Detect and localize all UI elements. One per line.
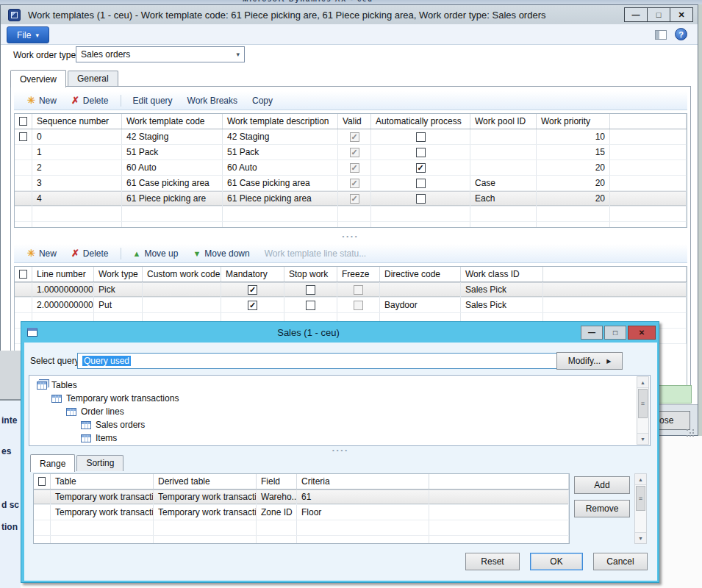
column-header[interactable]: Work template description <box>223 114 338 129</box>
table-row[interactable]: Temporary work transacti... Temporary wo… <box>34 505 569 520</box>
row-selector[interactable] <box>15 160 32 175</box>
column-header[interactable]: Directive code <box>380 267 461 282</box>
row-selector[interactable] <box>15 298 32 312</box>
tree-item-clipped[interactable]: Warehouse items <box>34 445 650 446</box>
column-header[interactable]: Mandatory <box>221 267 284 282</box>
row-selector[interactable] <box>15 145 32 159</box>
cancel-button[interactable]: Cancel <box>593 553 648 570</box>
row-selector[interactable] <box>15 282 32 297</box>
select-all-checkbox[interactable] <box>34 474 51 489</box>
table-row[interactable]: 2.0000000000 Put ✓ Baydoor Sales Pick <box>15 298 687 313</box>
column-header[interactable]: Stop work <box>284 267 337 282</box>
table-row[interactable]: 3 61 Case picking area 61 Case picking a… <box>15 176 687 191</box>
ok-button[interactable]: OK <box>530 553 583 570</box>
stop-work-checkbox[interactable] <box>284 282 337 297</box>
close-button[interactable]: ✕ <box>628 326 656 340</box>
scroll-down-icon[interactable]: ▼ <box>637 433 648 444</box>
file-menu-button[interactable]: File ▾ <box>7 26 49 43</box>
freeze-checkbox[interactable] <box>337 282 380 297</box>
work-order-type-select[interactable]: Sales orders ▾ <box>76 46 245 62</box>
scroll-up-icon[interactable]: ▲ <box>635 474 646 485</box>
new-button[interactable]: ✳New <box>20 245 64 261</box>
move-up-button[interactable]: ▲Move up <box>126 246 186 261</box>
range-scrollbar[interactable]: ▲ ≡ ▼ <box>634 473 647 544</box>
scroll-down-icon[interactable]: ▼ <box>635 532 646 543</box>
tree-scrollbar[interactable]: ▲ ≡ ▼ <box>637 376 649 445</box>
new-button[interactable]: ✳New <box>20 93 64 108</box>
auto-process-checkbox[interactable] <box>371 129 470 144</box>
minimize-button[interactable]: — <box>581 326 603 340</box>
empty-row[interactable] <box>15 207 687 222</box>
table-row-selected[interactable]: 1.0000000000 Pick ✓ Sales Pick <box>15 282 687 298</box>
valid-checkbox[interactable]: ✓ <box>338 176 371 190</box>
empty-row[interactable] <box>34 520 569 536</box>
column-header[interactable]: Custom work code <box>143 267 221 282</box>
column-header[interactable]: Criteria <box>297 474 429 489</box>
edit-query-button[interactable]: Edit query <box>126 93 180 108</box>
scroll-up-icon[interactable]: ▲ <box>637 377 648 388</box>
auto-process-checkbox[interactable] <box>371 191 470 206</box>
help-icon[interactable]: ? <box>675 28 687 40</box>
stop-work-checkbox[interactable] <box>284 298 337 312</box>
splitter-handle[interactable]: •••• <box>11 234 690 240</box>
titlebar[interactable]: Work templates (1 - ceu) - Work template… <box>1 5 698 24</box>
auto-process-checkbox[interactable] <box>371 176 470 190</box>
panes-icon[interactable] <box>655 30 667 40</box>
modify-button[interactable]: Modify... ▶ <box>556 352 623 370</box>
minimize-button[interactable]: — <box>624 7 648 22</box>
valid-checkbox[interactable]: ✓ <box>338 160 371 175</box>
valid-checkbox[interactable]: ✓ <box>338 129 371 144</box>
resize-grip[interactable] <box>687 429 688 431</box>
table-row[interactable]: 2 60 Auto 60 Auto ✓ ✓ 20 <box>15 160 687 176</box>
valid-checkbox[interactable]: ✓ <box>338 191 371 206</box>
table-row[interactable]: 0 42 Staging 42 Staging ✓ 10 <box>15 129 687 145</box>
empty-row[interactable] <box>34 536 569 544</box>
row-selector[interactable] <box>34 505 51 520</box>
valid-checkbox[interactable]: ✓ <box>338 145 371 159</box>
dialog-titlebar[interactable]: Sales (1 - ceu) — □ ✕ <box>21 322 659 343</box>
tab-general[interactable]: General <box>68 71 118 87</box>
column-header[interactable]: Field <box>257 474 297 489</box>
mandatory-checkbox[interactable]: ✓ <box>221 298 284 312</box>
auto-process-checkbox[interactable]: ✓ <box>371 160 470 175</box>
column-header[interactable]: Automatically process <box>371 114 470 129</box>
delete-button[interactable]: ✗Delete <box>64 245 116 261</box>
tab-overview[interactable]: Overview <box>10 70 66 87</box>
close-button[interactable]: ✕ <box>670 7 693 22</box>
move-down-button[interactable]: ▼Move down <box>185 246 257 261</box>
auto-process-checkbox[interactable] <box>371 145 470 159</box>
column-header[interactable]: Table <box>51 474 154 489</box>
scrollbar-thumb[interactable]: ≡ <box>636 486 645 511</box>
select-query-combobox[interactable]: Query used ▾ <box>77 353 584 369</box>
tree-item-sales-orders[interactable]: Sales orders <box>34 418 650 431</box>
column-header[interactable]: Valid <box>338 114 371 129</box>
tree-item-items[interactable]: Items <box>34 431 650 445</box>
remove-button[interactable]: Remove <box>574 500 630 517</box>
row-selector[interactable] <box>15 176 32 190</box>
row-selector[interactable] <box>15 191 32 206</box>
splitter-handle[interactable]: •••• <box>24 448 657 453</box>
tree-item-tables[interactable]: Tables <box>34 379 650 392</box>
delete-button[interactable]: ✗Delete <box>64 93 116 108</box>
row-selector[interactable] <box>34 490 51 504</box>
empty-row[interactable] <box>15 222 687 228</box>
work-breaks-button[interactable]: Work Breaks <box>180 93 245 108</box>
mandatory-checkbox[interactable]: ✓ <box>221 282 284 297</box>
select-all-checkbox[interactable] <box>15 114 32 129</box>
column-header[interactable]: Derived table <box>154 474 257 489</box>
table-row-selected[interactable]: Temporary work transacti... Temporary wo… <box>34 490 569 505</box>
column-header[interactable]: Work type <box>94 267 143 282</box>
tree-item-temporary-work-transactions[interactable]: Temporary work transactions <box>34 392 650 405</box>
select-all-checkbox[interactable] <box>15 267 32 282</box>
maximize-button[interactable]: □ <box>647 7 670 22</box>
column-header[interactable]: Work class ID <box>461 267 543 282</box>
freeze-checkbox[interactable] <box>337 298 380 312</box>
scrollbar-thumb[interactable]: ≡ <box>638 389 648 418</box>
column-header[interactable]: Work template code <box>122 114 223 129</box>
column-header[interactable]: Sequence number <box>32 114 122 129</box>
row-select-checkbox[interactable] <box>15 129 32 144</box>
tree-item-order-lines[interactable]: Order lines <box>34 405 650 418</box>
column-header[interactable]: Work pool ID <box>470 114 537 129</box>
tab-range[interactable]: Range <box>30 454 75 472</box>
table-row[interactable]: 1 51 Pack 51 Pack ✓ 15 <box>15 145 687 160</box>
